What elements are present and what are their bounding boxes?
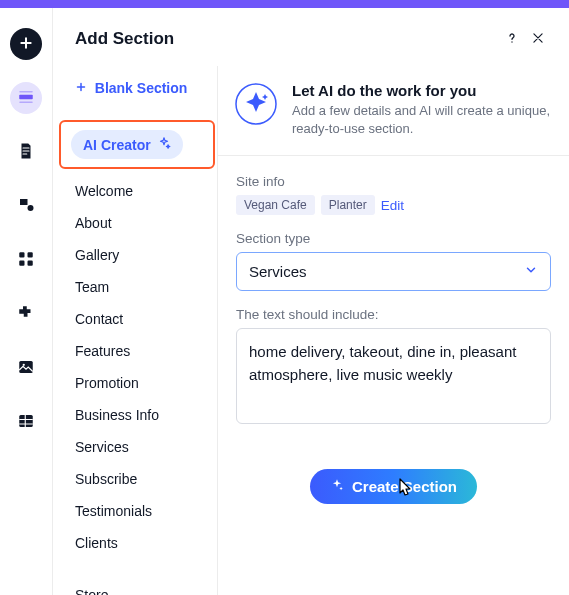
create-section-label: Create Section (352, 478, 457, 495)
rail-sections-button[interactable] (10, 82, 42, 114)
rail-apps-button[interactable] (10, 244, 42, 276)
promo-subtitle: Add a few details and AI will create a u… (292, 102, 551, 137)
svg-rect-8 (19, 361, 33, 373)
sidebar-item-gallery[interactable]: Gallery (53, 239, 217, 271)
help-button[interactable] (499, 26, 525, 52)
sidebar-item-team[interactable]: Team (53, 271, 217, 303)
site-tag: Planter (321, 195, 375, 215)
image-icon (17, 358, 35, 379)
edit-site-info-link[interactable]: Edit (381, 198, 404, 213)
plus-icon (18, 35, 34, 54)
close-icon (531, 31, 545, 48)
promo-title: Let AI do the work for you (292, 82, 551, 99)
list-item: Contact (75, 311, 123, 327)
site-info-block: Site info Vegan Cafe Planter Edit (236, 174, 551, 215)
list-item: Welcome (75, 183, 133, 199)
chevron-down-icon (524, 263, 538, 280)
sidebar-item-welcome[interactable]: Welcome (53, 175, 217, 207)
svg-rect-4 (19, 252, 24, 257)
window-topbar (0, 0, 569, 8)
design-icon (17, 196, 35, 217)
ai-creator-button[interactable]: AI Creator (71, 130, 183, 159)
sidebar-item-testimonials[interactable]: Testimonials (53, 495, 217, 527)
rail-design-button[interactable] (10, 190, 42, 222)
site-tag: Vegan Cafe (236, 195, 315, 215)
rail-add-button[interactable] (10, 28, 42, 60)
plus-icon (75, 81, 87, 93)
list-item: Gallery (75, 247, 119, 263)
list-item: Store (75, 587, 108, 595)
sidebar-item-clients[interactable]: Clients (53, 527, 217, 559)
svg-rect-7 (28, 260, 33, 265)
sparkle-icon (157, 136, 171, 153)
rail-media-button[interactable] (10, 352, 42, 384)
svg-rect-2 (19, 101, 33, 103)
ai-creator-label: AI Creator (83, 137, 151, 153)
list-item: Team (75, 279, 109, 295)
list-item: Testimonials (75, 503, 152, 519)
list-item: About (75, 215, 112, 231)
puzzle-icon (17, 304, 35, 325)
rail-pages-button[interactable] (10, 136, 42, 168)
rail-addons-button[interactable] (10, 298, 42, 330)
sidebar-item-subscribe[interactable]: Subscribe (53, 463, 217, 495)
sidebar-item-store[interactable]: Store (53, 579, 217, 595)
list-item: Services (75, 439, 129, 455)
include-text-block: The text should include: (236, 307, 551, 427)
section-type-list: Blank Section AI Creator Welcome About G… (53, 66, 218, 595)
include-text-input[interactable] (236, 328, 551, 424)
apps-icon (17, 250, 35, 271)
sidebar-item-promotion[interactable]: Promotion (53, 367, 217, 399)
svg-rect-0 (19, 94, 33, 99)
svg-point-11 (511, 41, 512, 42)
sidebar-item-services[interactable]: Services (53, 431, 217, 463)
ai-promo: Let AI do the work for you Add a few det… (218, 66, 569, 156)
list-item: Promotion (75, 375, 139, 391)
blank-section-label: Blank Section (95, 80, 188, 96)
sidebar-item-business-info[interactable]: Business Info (53, 399, 217, 431)
ai-creator-highlight: AI Creator (59, 120, 215, 169)
section-icon (17, 88, 35, 109)
add-section-panel: Add Section Blank Section (52, 8, 569, 595)
sidebar-item-contact[interactable]: Contact (53, 303, 217, 335)
create-section-button[interactable]: Create Section (310, 469, 477, 504)
sidebar-item-features[interactable]: Features (53, 335, 217, 367)
blank-section-link[interactable]: Blank Section (53, 72, 217, 114)
list-item: Subscribe (75, 471, 137, 487)
icon-rail (0, 8, 52, 595)
list-item: Business Info (75, 407, 159, 423)
section-type-value: Services (249, 263, 307, 280)
sparkle-icon (330, 478, 344, 495)
help-icon (504, 30, 520, 49)
svg-rect-6 (19, 260, 24, 265)
section-type-label: Section type (236, 231, 551, 246)
table-icon (17, 412, 35, 433)
svg-rect-5 (28, 252, 33, 257)
sidebar-item-about[interactable]: About (53, 207, 217, 239)
site-info-label: Site info (236, 174, 551, 189)
ai-form-area: Let AI do the work for you Add a few det… (218, 66, 569, 595)
close-button[interactable] (525, 26, 551, 52)
sparkle-badge-icon (234, 82, 278, 126)
panel-header: Add Section (53, 8, 569, 66)
svg-point-9 (23, 363, 25, 365)
section-type-block: Section type Services (236, 231, 551, 291)
rail-data-button[interactable] (10, 406, 42, 438)
svg-point-3 (28, 205, 34, 211)
list-item: Features (75, 343, 130, 359)
list-item: Clients (75, 535, 118, 551)
section-type-select[interactable]: Services (236, 252, 551, 291)
page-title: Add Section (75, 29, 499, 49)
svg-rect-1 (19, 91, 33, 93)
include-text-label: The text should include: (236, 307, 551, 322)
svg-rect-10 (19, 415, 33, 427)
page-icon (17, 142, 35, 163)
